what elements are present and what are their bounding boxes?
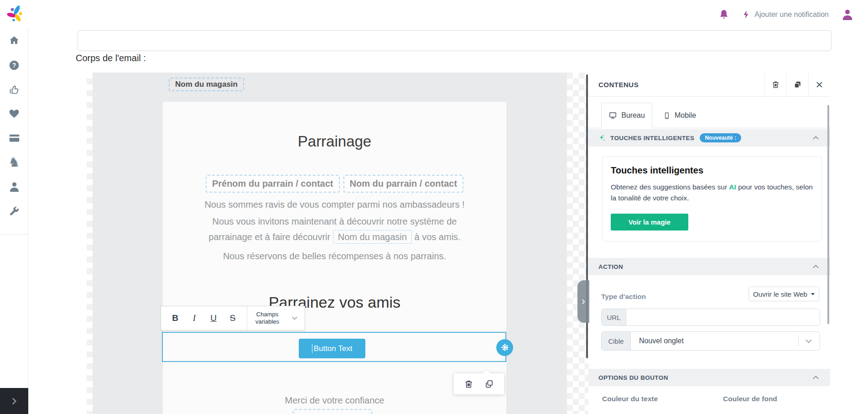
closing-line[interactable]: Merci de votre confiance — [163, 395, 506, 406]
section-button-options-header[interactable]: OPTIONS DU BOUTON — [588, 369, 830, 386]
email-template-background[interactable]: Nom du magasin Parrainage Prénom du parr… — [93, 73, 567, 414]
chess-knight-icon: ♞ — [8, 156, 20, 169]
strikethrough-button[interactable]: S — [223, 306, 242, 330]
email-body-card[interactable]: Parrainage Prénom du parrain / contact N… — [163, 102, 506, 414]
italic-button[interactable]: I — [185, 306, 204, 330]
device-tabs: Bureau Mobile — [588, 97, 830, 128]
duplicate-block-button[interactable] — [483, 378, 495, 390]
move-icon — [500, 343, 510, 353]
sidebar-item-help[interactable]: ? — [0, 56, 28, 74]
panel-title: CONTENUS — [598, 81, 639, 89]
lightning-icon — [742, 9, 751, 20]
action-title: ACTION — [598, 263, 623, 270]
email-body-label: Corps de l'email : — [76, 53, 146, 63]
block-actions-popup — [454, 373, 504, 394]
popup-caret — [483, 370, 491, 377]
panel-header: CONTENUS — [588, 73, 830, 97]
panel-close-button[interactable] — [808, 73, 830, 96]
thumbs-up-icon — [8, 84, 21, 96]
credit-card-icon — [8, 132, 21, 144]
action-type-dropdown[interactable]: Ouvrir le site Web — [748, 287, 819, 301]
smart-card-description: Obtenez des suggestions basées sur AI po… — [611, 182, 815, 204]
text-format-toolbar: B I U S Champs variables — [161, 306, 305, 330]
fields-label-line2: variables — [255, 318, 279, 325]
body-line-3[interactable]: parrainage et à faire découvrir Nom du m… — [163, 232, 506, 242]
section-smart-touches-header[interactable]: TOUCHES INTELLIGENTES Nouveauté : — [588, 129, 830, 147]
body-line-3-post: à vos amis. — [414, 232, 460, 242]
wrench-icon — [8, 205, 20, 217]
fields-label-line1: Champs — [256, 311, 278, 318]
smartphone-icon — [663, 111, 670, 120]
underline-button[interactable]: U — [204, 306, 223, 330]
chevron-up-icon — [812, 136, 819, 140]
panel-collapse-handle[interactable] — [577, 280, 589, 323]
caret-down-icon — [811, 293, 815, 295]
firstname-variable-tag[interactable]: Prénom du parrain / contact — [206, 175, 340, 193]
selected-button-block[interactable]: Button Text — [162, 332, 506, 362]
body-line-3-pre: parrainage et à faire découvrir — [208, 232, 330, 242]
delete-block-button[interactable] — [463, 378, 474, 390]
tab-desktop[interactable]: Bureau — [601, 103, 652, 128]
logo-icon — [5, 4, 25, 25]
person-icon — [8, 181, 21, 193]
body-line-1[interactable]: Nous sommes ravis de vous compter parmi … — [163, 199, 506, 210]
sparkles-icon — [598, 134, 606, 142]
email-cta-button[interactable]: Button Text — [299, 339, 365, 358]
variable-tags-row: Prénom du parrain / contact Nom du parra… — [163, 175, 506, 193]
sidebar-divider — [0, 234, 28, 235]
desc-ai: AI — [729, 183, 736, 191]
panel-delete-button[interactable] — [764, 73, 786, 96]
bg-color-label: Couleur de fond — [723, 395, 777, 403]
store-name-inline-tag[interactable]: Nom du magasin — [333, 230, 412, 244]
see-magic-button[interactable]: Voir la magie — [611, 214, 688, 231]
monitor-icon — [608, 111, 617, 120]
sidebar-item-favorites[interactable] — [0, 105, 28, 123]
sidebar-expand-button[interactable] — [0, 388, 28, 414]
body-line-2[interactable]: Nous vous invitons maintenant à découvri… — [163, 216, 506, 227]
target-select[interactable]: Nouvel onglet — [631, 332, 820, 350]
panel-scrollbar[interactable] — [827, 105, 829, 324]
url-input[interactable] — [626, 309, 820, 325]
help-icon: ? — [8, 59, 20, 71]
chevron-right-icon — [580, 299, 587, 305]
add-notification-label: Ajouter une notification — [754, 10, 829, 19]
subject-input[interactable] — [78, 30, 832, 51]
sidebar-item-contacts[interactable] — [0, 178, 28, 196]
variable-fields-dropdown[interactable]: Champs variables — [247, 306, 305, 330]
topbar: Ajouter une notification — [0, 0, 868, 29]
chevron-down-icon — [291, 315, 298, 321]
partial-variable-tag[interactable] — [293, 409, 372, 414]
app-root: Ajouter une notification ? — [0, 0, 868, 414]
email-canvas: Nom du magasin Parrainage Prénom du parr… — [87, 73, 588, 414]
sidebar-item-likes[interactable] — [0, 80, 28, 99]
sidebar-item-billing[interactable] — [0, 129, 28, 147]
sidebar-item-home[interactable] — [0, 31, 28, 50]
url-input-group: URL — [601, 309, 820, 326]
content-settings-panel: CONTENUS — [588, 73, 830, 414]
bold-button[interactable]: B — [166, 306, 185, 330]
close-icon — [816, 81, 823, 89]
svg-text:?: ? — [12, 62, 16, 69]
store-name-variable-tag[interactable]: Nom du magasin — [169, 78, 244, 91]
sidebar: ? ♞ — [0, 29, 28, 414]
email-title[interactable]: Parrainage — [163, 133, 506, 150]
sidebar-item-settings[interactable] — [0, 202, 28, 220]
notification-bell-icon[interactable] — [718, 9, 730, 21]
button-options-title: OPTIONS DU BOUTON — [598, 374, 668, 381]
body-line-4[interactable]: Nous réservons de belles récompenses à n… — [163, 251, 506, 262]
trash-icon — [464, 379, 473, 389]
add-notification-button[interactable]: Ajouter une notification — [742, 9, 829, 20]
panel-duplicate-button[interactable] — [786, 73, 808, 96]
smart-card-title: Touches intelligentes — [611, 165, 703, 176]
lastname-variable-tag[interactable]: Nom du parrain / contact — [343, 175, 464, 193]
action-type-value: Ouvrir le site Web — [753, 290, 807, 298]
chevron-up-icon — [812, 264, 819, 269]
section-action-header[interactable]: ACTION — [588, 258, 830, 275]
chevron-up-icon — [812, 375, 819, 380]
tab-mobile[interactable]: Mobile — [657, 103, 702, 128]
app-logo[interactable] — [5, 4, 25, 25]
block-move-handle[interactable] — [496, 339, 513, 356]
sidebar-item-strategy[interactable]: ♞ — [0, 153, 28, 171]
user-avatar[interactable] — [841, 8, 854, 21]
select-divider — [798, 335, 799, 346]
